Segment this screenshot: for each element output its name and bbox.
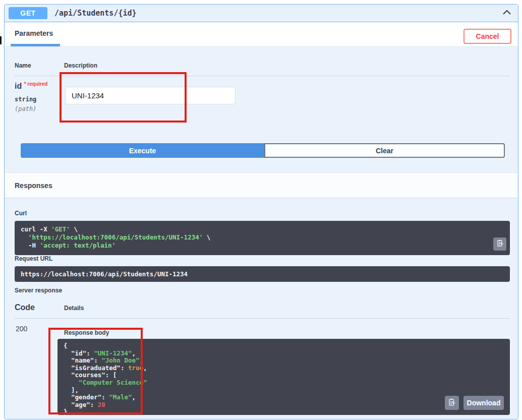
copy-curl-button[interactable] — [493, 237, 506, 251]
endpoint-path: /api/Students/{id} — [54, 9, 137, 18]
required-label: required — [27, 81, 47, 87]
curl-command-block: curl -X 'GET' \ 'https://localhost:7006/… — [15, 221, 510, 255]
method-badge[interactable]: GET — [9, 7, 47, 19]
copy-response-button[interactable] — [445, 396, 459, 410]
curl-label: Curl — [15, 210, 27, 217]
tab-row: Parameters Cancel — [5, 22, 518, 47]
responses-section-header: Responses — [5, 172, 518, 198]
column-header-name: Name — [15, 62, 31, 69]
download-button[interactable]: Download — [463, 396, 504, 410]
collapse-button[interactable] — [500, 7, 514, 21]
param-id-input[interactable] — [65, 87, 236, 104]
request-url-label: Request URL — [15, 255, 52, 262]
param-name: id — [15, 82, 22, 90]
request-url-value: https://localhost:7006/api/Students/UNI-… — [21, 270, 188, 278]
server-response-label: Server response — [15, 287, 62, 294]
responses-title: Responses — [15, 182, 52, 190]
execute-button[interactable]: Execute — [21, 143, 264, 158]
opblock-get-students: GET /api/Students/{id} Parameters Cancel… — [4, 4, 518, 419]
clear-button[interactable]: Clear — [264, 143, 505, 158]
chevron-up-icon — [502, 8, 512, 20]
response-body-label: Response body — [64, 329, 109, 336]
column-header-description: Description — [64, 62, 97, 69]
clipboard-icon — [448, 398, 456, 408]
request-url-block: https://localhost:7006/api/Students/UNI-… — [15, 266, 510, 282]
status-code: 200 — [16, 325, 27, 333]
param-location: (path) — [15, 105, 36, 112]
response-body-block: { "id": "UNI-1234", "name": "John Doe", … — [57, 339, 510, 415]
edge-artifact-mark — [0, 36, 2, 44]
clipboard-icon — [496, 239, 504, 249]
details-column-header: Details — [64, 305, 84, 312]
code-column-header: Code — [15, 303, 35, 312]
tab-parameters[interactable]: Parameters — [15, 29, 53, 37]
params-divider — [15, 76, 510, 76]
cancel-button[interactable]: Cancel — [463, 29, 511, 44]
param-name-cell: id * required — [15, 81, 47, 91]
required-asterisk: * — [24, 81, 26, 87]
opblock-header[interactable]: GET /api/Students/{id} — [5, 5, 518, 22]
tab-active-underline — [11, 44, 60, 46]
response-divider — [15, 318, 510, 319]
param-type: string — [15, 96, 36, 103]
